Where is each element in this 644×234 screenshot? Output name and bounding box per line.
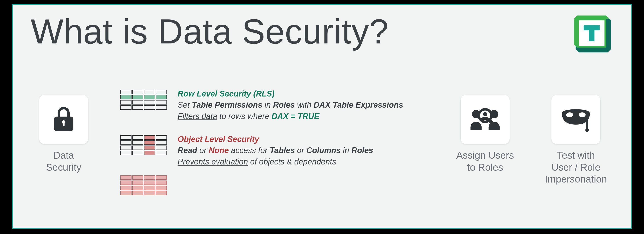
lock-icon — [49, 105, 78, 134]
text: Filters data — [178, 112, 217, 121]
rls-description: Row Level Security (RLS) Set Table Permi… — [178, 88, 403, 122]
text: of objects & dependents — [248, 157, 336, 166]
text: DAX = TRUE — [272, 112, 319, 121]
svg-point-9 — [483, 112, 487, 116]
text: DAX Table Expressions — [314, 100, 403, 109]
text: Prevents evaluation — [178, 157, 248, 166]
text: Roles — [273, 100, 295, 109]
brand-logo-icon — [573, 15, 613, 56]
label-assign-users: Assign Users to Roles — [452, 149, 518, 173]
ols-description: Object Level Security Read or None acces… — [178, 134, 373, 167]
label-test-impersonation: Test with User / Role Impersonation — [542, 149, 609, 185]
text: access for — [229, 146, 270, 155]
card-test-impersonation — [552, 95, 600, 144]
ols-full-table-icon — [120, 175, 168, 196]
ols-heading: Object Level Security — [178, 135, 259, 144]
text: Tables — [270, 146, 295, 155]
text: with — [295, 100, 314, 109]
svg-rect-4 — [589, 25, 594, 41]
text: Set — [178, 100, 192, 109]
rls-heading: Row Level Security (RLS) — [178, 89, 274, 98]
label-data-security: Data Security — [30, 149, 97, 173]
text: in — [341, 146, 351, 155]
slide-title: What is Data Security? — [31, 12, 389, 52]
text: or — [295, 146, 306, 155]
text: None — [209, 146, 229, 155]
text: Columns — [306, 146, 341, 155]
text: or — [197, 146, 209, 155]
slide-canvas: What is Data Security? Data Security — [12, 4, 632, 229]
svg-point-12 — [579, 112, 586, 117]
rls-table-icon — [120, 89, 168, 110]
svg-point-14 — [585, 128, 589, 132]
svg-point-11 — [566, 112, 573, 117]
text: Roles — [351, 146, 373, 155]
card-assign-users — [461, 95, 510, 144]
text: Table Permissions — [192, 100, 262, 109]
mask-icon — [559, 105, 592, 134]
text: Read — [178, 146, 197, 155]
users-search-icon — [468, 105, 502, 134]
ols-column-table-icon — [120, 135, 168, 156]
text: in — [262, 100, 273, 109]
text: to rows where — [217, 112, 272, 121]
card-data-security — [39, 95, 88, 144]
